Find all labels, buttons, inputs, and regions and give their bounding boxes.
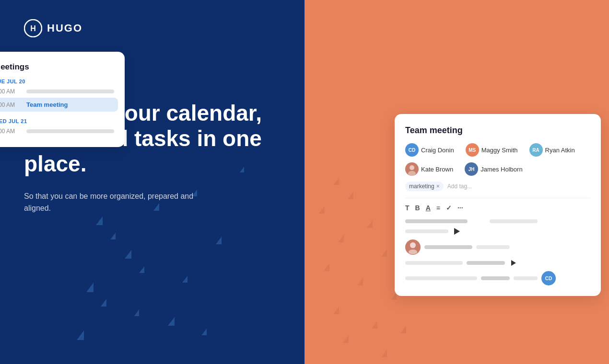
deco-triangle [381, 350, 387, 357]
attendee-name-ra: Ryan Atkin [545, 147, 575, 154]
meeting-row-active[interactable]: 9:00 AM Team meeting [0, 98, 118, 112]
attendee-jh: JH James Holborn [465, 162, 522, 176]
attendee-name-cd: Craig Donin [421, 147, 454, 154]
attendee-name-jh: James Holborn [480, 166, 522, 173]
attendee-cd: CD Craig Donin [405, 143, 454, 157]
deco-triangle [319, 206, 325, 214]
deco-triangle [139, 266, 144, 273]
add-tag-input[interactable]: Add tag... [447, 183, 472, 190]
content-bar [514, 276, 538, 280]
toolbar-b[interactable]: B [415, 204, 420, 212]
tag-marketing[interactable]: marketing × [405, 182, 444, 191]
date-label-2: WED JUL 21 [0, 118, 114, 124]
content-row-1 [405, 219, 590, 223]
meeting-time-2: 9:00 AM [0, 102, 22, 108]
content-bar [405, 276, 477, 280]
content-bar [405, 229, 448, 233]
meeting-time-1: 8:00 AM [0, 88, 22, 95]
tags-row: marketing × Add tag... [405, 182, 590, 191]
hero-subtext: So that you can be more organized, prepa… [24, 190, 216, 215]
content-bar [476, 245, 510, 249]
team-card-title: Team meeting [405, 125, 590, 136]
cd-badge: CD [541, 271, 556, 285]
editor-toolbar: T B A ≡ ✓ ··· [405, 198, 590, 212]
attendees-row-2: Kate Brown JH James Holborn [405, 162, 590, 176]
svg-point-5 [409, 250, 417, 254]
toolbar-more[interactable]: ··· [457, 204, 463, 212]
inline-avatar [405, 239, 421, 255]
active-meeting-label: Team meeting [26, 101, 68, 108]
deco-triangle [201, 329, 207, 335]
deco-triangle [86, 283, 94, 292]
svg-point-4 [410, 242, 416, 248]
meeting-time-3: 9:00 AM [0, 128, 22, 135]
content-bar [405, 261, 463, 265]
play-button-2[interactable] [509, 258, 518, 268]
play-button-1[interactable] [452, 227, 462, 236]
deco-triangle [343, 335, 349, 343]
deco-triangle [333, 307, 339, 314]
attendee-ra: RA Ryan Atkin [529, 143, 575, 157]
content-row-5: CD [405, 271, 590, 285]
content-bar [467, 261, 505, 265]
logo[interactable]: H HUGO [24, 19, 82, 37]
svg-point-2 [410, 165, 414, 170]
attendee-name-kb: Kate Brown [421, 166, 453, 173]
content-area: CD [405, 219, 590, 285]
meeting-bar-3 [26, 129, 114, 133]
content-row-3 [405, 239, 590, 255]
deco-triangle [381, 249, 387, 257]
meeting-row-3: 9:00 AM [0, 128, 114, 135]
deco-triangle [357, 278, 363, 285]
date-label-1: TUE JUL 20 [0, 79, 114, 84]
avatar-ra: RA [529, 143, 543, 157]
toolbar-check[interactable]: ✓ [446, 204, 452, 212]
toolbar-list[interactable]: ≡ [436, 204, 440, 212]
content-bar [481, 276, 510, 280]
deco-triangle [400, 326, 406, 333]
avatar-cd: CD [405, 143, 419, 157]
content-row-4 [405, 258, 590, 268]
avatar-jh: JH [465, 162, 478, 176]
meetings-card-title: Meetings [0, 62, 114, 72]
hugo-logo-icon: H [24, 19, 42, 37]
svg-text:H: H [30, 24, 36, 33]
deco-triangle [324, 263, 329, 271]
play-icon [454, 228, 460, 235]
toolbar-a[interactable]: A [426, 204, 431, 212]
toolbar-t[interactable]: T [405, 204, 410, 212]
avatar-ms: MS [466, 143, 479, 157]
attendees-row-1: CD Craig Donin MS Maggy Smith RA Ryan At… [405, 143, 590, 157]
attendee-ms: MS Maggy Smith [466, 143, 518, 157]
content-row-2 [405, 227, 590, 236]
avatar-kb [405, 162, 419, 176]
deco-triangle [367, 220, 373, 228]
deco-triangle [182, 276, 187, 283]
deco-triangle [333, 177, 339, 185]
right-panel: Team meeting CD Craig Donin MS Maggy Smi… [304, 0, 609, 364]
meeting-row-1: 8:00 AM [0, 88, 114, 95]
play-icon [511, 260, 516, 266]
deco-triangle [372, 321, 377, 329]
deco-triangle [101, 299, 106, 307]
meetings-card: Meetings TUE JUL 20 8:00 AM 9:00 AM Team… [0, 52, 125, 147]
deco-triangle [134, 309, 139, 316]
inline-avatar-svg [405, 239, 421, 255]
deco-triangle [338, 235, 344, 242]
left-panel: H HUGO Manage your calendar, notes and t… [0, 0, 304, 364]
deco-triangle [125, 250, 131, 259]
svg-point-3 [408, 171, 416, 176]
logo-text: HUGO [47, 22, 82, 34]
deco-triangle [216, 237, 222, 244]
deco-triangle [96, 216, 103, 225]
attendee-kb: Kate Brown [405, 162, 453, 176]
content-bar [405, 219, 468, 223]
content-bar [424, 245, 472, 249]
attendee-name-ms: Maggy Smith [481, 147, 518, 154]
team-meeting-card: Team meeting CD Craig Donin MS Maggy Smi… [395, 114, 601, 296]
deco-triangle [348, 192, 353, 199]
tag-remove-icon[interactable]: × [436, 183, 440, 190]
deco-triangle [110, 233, 116, 239]
deco-triangle [168, 317, 175, 326]
content-bar [490, 219, 538, 223]
